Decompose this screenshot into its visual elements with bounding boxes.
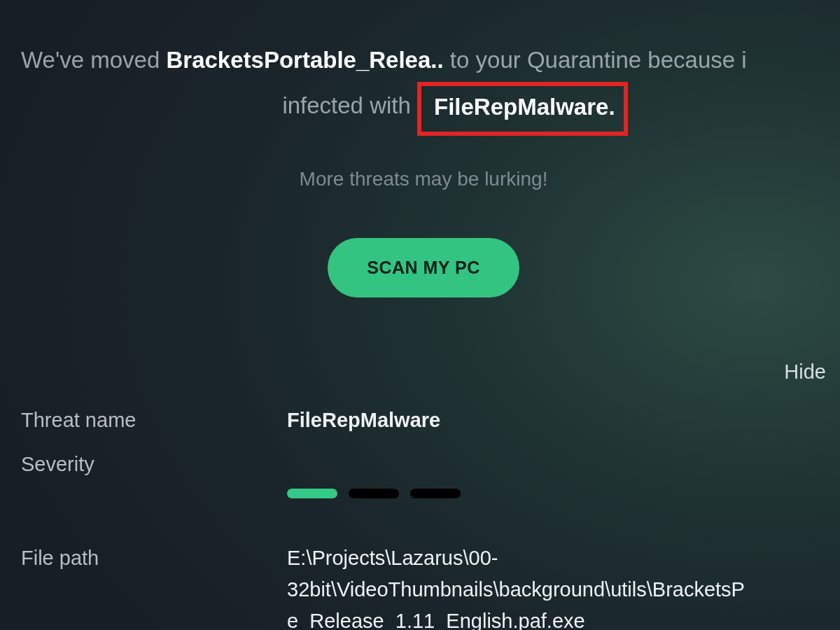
- label-threat-name: Threat name: [21, 405, 287, 436]
- value-severity: [287, 449, 826, 530]
- detail-row-file-path: File path E:\Projects\Lazarus\00- 32bit\…: [21, 542, 826, 630]
- subheadline: More threats may be lurking!: [21, 168, 826, 190]
- scan-button[interactable]: SCAN MY PC: [328, 238, 519, 298]
- severity-indicator: [287, 480, 826, 498]
- label-severity: Severity: [21, 449, 287, 480]
- label-file-path: File path: [21, 542, 287, 574]
- severity-bar-2: [349, 489, 399, 498]
- headline: We've moved BracketsPortable_Relea.. to …: [21, 42, 826, 78]
- detail-row-severity: Severity: [21, 449, 826, 530]
- severity-bar-1: [287, 489, 337, 498]
- headline-filename: BracketsPortable_Relea..: [166, 47, 443, 73]
- threat-dialog: We've moved BracketsPortable_Relea.. to …: [0, 0, 840, 630]
- headline-prefix: We've moved: [21, 47, 166, 73]
- headline-mid: to your Quarantine because i: [450, 47, 747, 73]
- threat-name-highlight: FileRepMalware.: [417, 82, 628, 136]
- threat-name-period: .: [608, 94, 615, 120]
- value-threat-name: FileRepMalware: [287, 405, 826, 436]
- threat-details: Threat name FileRepMalware Severity File…: [21, 405, 826, 630]
- detail-row-threat-name: Threat name FileRepMalware: [21, 405, 826, 436]
- threat-name-text: FileRepMalware: [434, 94, 608, 120]
- headline-line2: infected with FileRepMalware.: [21, 80, 826, 134]
- hide-details-link[interactable]: Hide: [21, 360, 826, 384]
- severity-bar-3: [410, 489, 461, 498]
- button-row: SCAN MY PC: [21, 238, 826, 298]
- value-file-path: E:\Projects\Lazarus\00- 32bit\VideoThumb…: [287, 542, 826, 630]
- headline-infected: infected with: [282, 92, 410, 118]
